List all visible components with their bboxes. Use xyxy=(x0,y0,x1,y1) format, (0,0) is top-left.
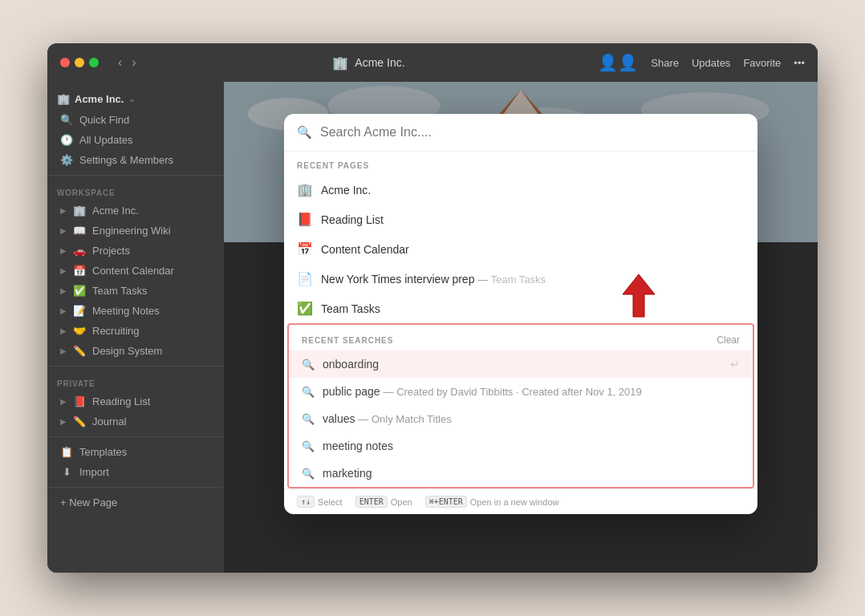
sidebar-item-icon: 🤝 xyxy=(73,325,86,337)
updates-button[interactable]: Updates xyxy=(692,57,730,69)
search-footer: ↑↓ Select ENTER Open ⌘+ENTER Open in a n… xyxy=(284,488,757,514)
traffic-lights xyxy=(60,58,99,67)
sidebar-item-engineering[interactable]: ▶ 📖 Engineering Wiki xyxy=(51,221,221,241)
recent-item-label: marketing xyxy=(323,467,372,480)
sidebar-item-icon: ✏️ xyxy=(73,345,86,357)
sidebar-workspace-header[interactable]: 🏢 Acme Inc. ⌄ xyxy=(47,88,224,110)
main-content: 🔍 RECENT PAGES 🏢 Acme Inc. 📕 Reading Lis xyxy=(224,82,818,573)
sidebar-item-reading-list[interactable]: ▶ 📕 Reading List xyxy=(51,391,221,411)
templates-icon: 📋 xyxy=(60,446,73,458)
cmd-enter-key: ⌘+ENTER xyxy=(425,496,467,508)
sidebar-item-label: Journal xyxy=(92,415,211,428)
result-item-text: Content Calendar xyxy=(321,243,745,256)
sidebar-item-label: Acme Inc. xyxy=(92,205,211,217)
result-item-icon: 📅 xyxy=(297,241,313,257)
minimize-button[interactable] xyxy=(75,58,84,67)
sidebar-item-label: Recruiting xyxy=(92,325,211,337)
recent-item-onboarding[interactable]: 🔍 onboarding ↵ xyxy=(289,351,753,378)
maximize-button[interactable] xyxy=(89,58,99,67)
sidebar-item-label: Design System xyxy=(92,345,211,357)
sidebar-item-icon: 🏢 xyxy=(73,205,86,217)
sidebar-quick-find-label: Quick Find xyxy=(79,114,211,126)
sidebar-item-meeting-notes[interactable]: ▶ 📝 Meeting Notes xyxy=(51,301,221,321)
clear-button[interactable]: Clear xyxy=(717,334,740,346)
sidebar-item-icon: 📝 xyxy=(73,305,86,317)
recent-item-label: public page — Created by David Tibbitts … xyxy=(323,385,642,398)
titlebar-center: 🏢 Acme Inc. xyxy=(149,55,589,71)
sidebar-item-all-updates[interactable]: 🕐 All Updates xyxy=(51,130,221,150)
recent-item-values[interactable]: 🔍 values — Only Match Titles xyxy=(289,405,753,432)
recent-item-label: onboarding xyxy=(323,358,379,371)
sidebar-item-arrow: ▶ xyxy=(60,206,67,215)
close-button[interactable] xyxy=(60,58,70,67)
search-input[interactable] xyxy=(320,125,745,140)
sidebar-item-content-calendar[interactable]: ▶ 📅 Content Calendar xyxy=(51,261,221,281)
sidebar-item-arrow: ▶ xyxy=(60,226,67,235)
recent-item-meeting-notes[interactable]: 🔍 meeting notes xyxy=(289,432,753,460)
forward-button[interactable]: › xyxy=(128,54,139,71)
recent-item-label: meeting notes xyxy=(323,440,393,452)
result-item-icon: 📕 xyxy=(297,212,313,227)
sidebar-private-section: PRIVATE xyxy=(47,371,224,391)
sidebar-item-import[interactable]: ⬇ Import xyxy=(51,462,221,482)
more-options-button[interactable]: ••• xyxy=(794,57,805,69)
sidebar-divider-3 xyxy=(47,436,224,437)
recent-searches-label: RECENT SEARCHES xyxy=(302,336,393,345)
sidebar-item-journal[interactable]: ▶ ✏️ Journal xyxy=(51,411,221,432)
sidebar-item-recruiting[interactable]: ▶ 🤝 Recruiting xyxy=(51,321,221,341)
sidebar-item-arrow: ▶ xyxy=(60,286,67,295)
sidebar-workspace-name: Acme Inc. xyxy=(75,93,124,105)
sidebar-item-label: Team Tasks xyxy=(92,285,211,297)
import-icon: ⬇ xyxy=(60,466,73,478)
search-history-icon: 🔍 xyxy=(302,359,315,371)
sidebar-new-page-label: + New Page xyxy=(60,496,211,509)
result-item-icon: 🏢 xyxy=(297,182,313,197)
search-icon: 🔍 xyxy=(60,114,73,126)
sidebar-item-icon: ✅ xyxy=(73,285,86,297)
sidebar-item-quick-find[interactable]: 🔍 Quick Find xyxy=(51,110,221,130)
sidebar-import-label: Import xyxy=(79,466,211,478)
avatars-icon: 👤👤 xyxy=(598,53,638,72)
search-history-icon: 🔍 xyxy=(302,386,315,398)
sidebar-item-icon: 📖 xyxy=(73,225,86,237)
recent-searches-header: RECENT SEARCHES Clear xyxy=(289,325,753,351)
result-item-acme[interactable]: 🏢 Acme Inc. xyxy=(284,175,757,205)
favorite-button[interactable]: Favorite xyxy=(743,57,781,69)
gear-icon: ⚙️ xyxy=(60,154,73,166)
titlebar-workspace-name: Acme Inc. xyxy=(355,56,404,69)
share-button[interactable]: Share xyxy=(651,57,679,69)
search-input-area: 🔍 xyxy=(284,114,757,152)
recent-searches-section: RECENT SEARCHES Clear 🔍 onboarding ↵ 🔍 p… xyxy=(287,323,754,488)
titlebar: ‹ › 🏢 Acme Inc. 👤👤 Share Updates Favorit… xyxy=(47,43,818,82)
result-item-nyt[interactable]: 📄 New York Times interview prep — Team T… xyxy=(284,264,757,294)
search-history-icon: 🔍 xyxy=(302,440,315,452)
sidebar-divider-2 xyxy=(47,366,224,367)
back-button[interactable]: ‹ xyxy=(115,54,125,71)
search-modal: 🔍 RECENT PAGES 🏢 Acme Inc. 📕 Reading Lis xyxy=(284,114,757,514)
sidebar-item-templates[interactable]: 📋 Templates xyxy=(51,442,221,462)
sidebar-item-design-system[interactable]: ▶ ✏️ Design System xyxy=(51,341,221,361)
sidebar-item-new-page[interactable]: + New Page xyxy=(51,492,221,513)
sidebar-item-acme[interactable]: ▶ 🏢 Acme Inc. xyxy=(51,201,221,221)
sidebar-divider-4 xyxy=(47,487,224,488)
result-item-team-tasks[interactable]: ✅ Team Tasks xyxy=(284,294,757,323)
sidebar-item-arrow: ▶ xyxy=(60,417,67,426)
result-item-content-calendar[interactable]: 📅 Content Calendar xyxy=(284,234,757,264)
sidebar-item-team-tasks[interactable]: ▶ ✅ Team Tasks xyxy=(51,281,221,301)
clock-icon: 🕐 xyxy=(60,134,73,146)
recent-item-marketing[interactable]: 🔍 marketing xyxy=(289,460,753,487)
select-label: Select xyxy=(318,497,343,507)
select-hint: ↑↓ Select xyxy=(297,496,343,508)
sidebar-item-settings[interactable]: ⚙️ Settings & Members xyxy=(51,150,221,170)
sidebar-item-icon: 📕 xyxy=(73,395,86,407)
result-item-reading-list[interactable]: 📕 Reading List xyxy=(284,205,757,234)
result-item-icon: ✅ xyxy=(297,301,313,316)
enter-hint: ENTER Open xyxy=(355,496,412,508)
cmd-enter-label: Open in a new window xyxy=(470,497,559,507)
enter-label: Open xyxy=(391,497,412,507)
recent-pages-label: RECENT PAGES xyxy=(284,152,757,175)
sidebar-workspace-icon: 🏢 xyxy=(57,93,70,105)
sidebar-settings-label: Settings & Members xyxy=(79,154,211,166)
sidebar-item-projects[interactable]: ▶ 🚗 Projects xyxy=(51,241,221,261)
recent-item-public-page[interactable]: 🔍 public page — Created by David Tibbitt… xyxy=(289,378,753,405)
